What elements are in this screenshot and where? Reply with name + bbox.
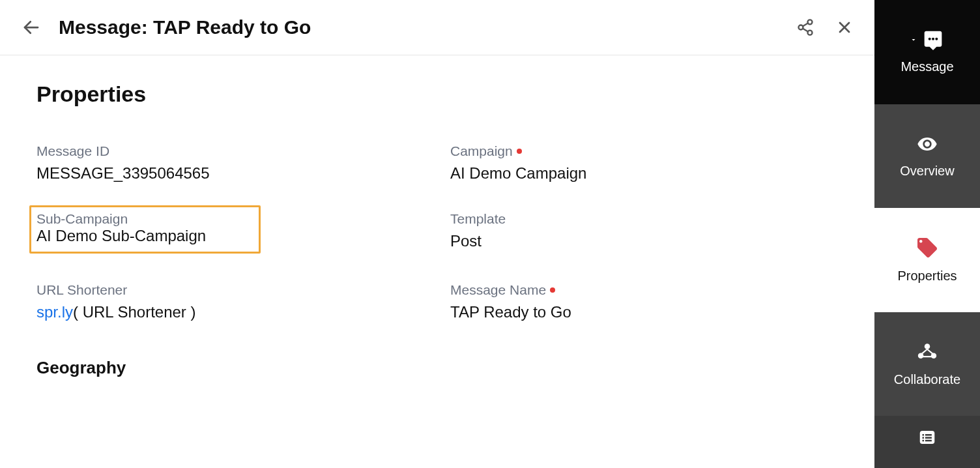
sidebar-label: Collaborate: [894, 372, 960, 387]
arrow-left-icon: [22, 18, 41, 37]
svg-point-10: [935, 38, 938, 40]
sidebar-item-more[interactable]: [874, 416, 980, 468]
page-title: Message: TAP Ready to Go: [59, 16, 795, 38]
section-title: Properties: [36, 81, 838, 107]
caret-down-icon: [910, 36, 917, 44]
svg-rect-16: [925, 434, 932, 436]
list-icon: [917, 428, 937, 447]
highlight-box: Sub-Campaign AI Demo Sub-Campaign: [29, 205, 261, 254]
property-sub-campaign[interactable]: Sub-Campaign AI Demo Sub-Campaign: [36, 211, 424, 254]
collaborate-icon: [916, 341, 938, 363]
svg-line-4: [803, 29, 808, 32]
sidebar-item-collaborate[interactable]: Collaborate: [874, 312, 980, 417]
sidebar-label: Message: [901, 59, 953, 74]
property-label: Template: [450, 211, 838, 227]
sidebar-item-overview[interactable]: Overview: [874, 104, 980, 209]
message-bubble-icon: [921, 29, 945, 50]
property-value: Post: [450, 232, 838, 250]
property-value: AI Demo Sub-Campaign: [36, 227, 252, 245]
share-icon: [796, 18, 814, 37]
properties-grid: Message ID MESSAGE_3395064565 Campaign A…: [36, 143, 838, 321]
property-label: Message ID: [36, 143, 424, 159]
back-button[interactable]: [20, 16, 43, 39]
property-label: Campaign: [450, 143, 838, 159]
required-indicator-icon: [517, 149, 522, 154]
property-label: Sub-Campaign: [36, 211, 252, 227]
svg-rect-17: [923, 437, 925, 439]
eye-icon: [917, 134, 938, 154]
svg-point-8: [929, 38, 931, 40]
property-url-shortener[interactable]: URL Shortener spr.ly( URL Shortener ): [36, 282, 424, 321]
property-message-id: Message ID MESSAGE_3395064565: [36, 143, 424, 183]
svg-rect-18: [925, 437, 932, 439]
required-indicator-icon: [550, 287, 555, 293]
svg-point-9: [932, 38, 934, 40]
share-button[interactable]: [795, 17, 816, 38]
subsection-title: Geography: [36, 358, 838, 378]
svg-line-5: [803, 23, 808, 27]
sidebar-label: Overview: [900, 164, 954, 179]
property-message-name[interactable]: Message Name TAP Ready to Go: [450, 282, 838, 321]
property-campaign[interactable]: Campaign AI Demo Campaign: [450, 143, 838, 183]
property-label: Message Name: [450, 282, 838, 298]
svg-rect-20: [925, 440, 932, 442]
svg-point-11: [925, 344, 930, 349]
svg-rect-15: [923, 434, 925, 436]
property-value: spr.ly( URL Shortener ): [36, 303, 424, 321]
sidebar-item-message[interactable]: Message: [874, 0, 980, 104]
close-button[interactable]: [834, 17, 855, 38]
property-value: MESSAGE_3395064565: [36, 164, 424, 183]
header: Message: TAP Ready to Go: [0, 0, 874, 55]
sidebar: Message Overview Properties Collaborate: [874, 0, 980, 468]
svg-rect-19: [923, 440, 925, 442]
property-label: URL Shortener: [36, 282, 424, 298]
sidebar-item-properties[interactable]: Properties: [874, 208, 980, 312]
close-icon: [835, 18, 854, 37]
sidebar-label: Properties: [897, 269, 957, 284]
property-value: TAP Ready to Go: [450, 303, 838, 321]
property-template[interactable]: Template Post: [450, 211, 838, 254]
tag-icon: [915, 236, 939, 259]
url-shortener-link[interactable]: spr.ly: [36, 303, 73, 321]
property-value: AI Demo Campaign: [450, 164, 838, 183]
